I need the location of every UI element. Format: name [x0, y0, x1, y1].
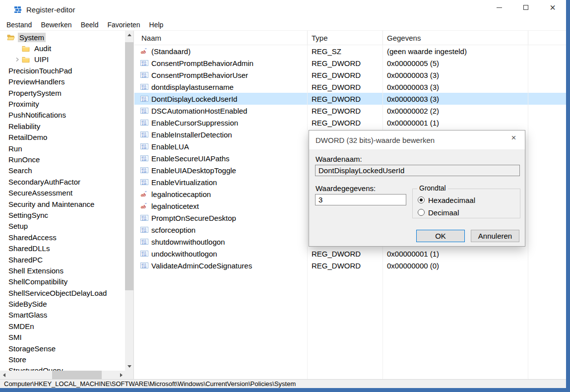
decimal-radio[interactable] — [418, 209, 425, 216]
tree-item-previewhandlers[interactable]: PreviewHandlers — [0, 76, 125, 87]
column-header-gegevens[interactable]: Gegevens — [383, 31, 528, 45]
tree-item-storagesense[interactable]: StorageSense — [0, 343, 125, 354]
value-name-input[interactable] — [315, 165, 520, 176]
value-data: 0x00000001 (1) — [383, 119, 528, 127]
tree-item-secondaryauthfactor[interactable]: SecondaryAuthFactor — [0, 176, 125, 187]
svg-text:110: 110 — [141, 265, 146, 268]
tree-item-uipi[interactable]: UIPI — [0, 54, 125, 65]
tree-item-label: RunOnce — [7, 155, 41, 164]
minimize-button[interactable] — [486, 0, 512, 15]
tree-item-secureassessment[interactable]: SecureAssessment — [0, 187, 125, 198]
tree-item-shell-extensions[interactable]: Shell Extensions — [0, 265, 125, 276]
column-header-naam[interactable]: Naam — [134, 31, 308, 45]
tree-horizontal-scrollbar[interactable] — [0, 371, 126, 379]
dialog-close-button[interactable]: × — [503, 131, 525, 145]
value-type: REG_DWORD — [308, 59, 383, 67]
scroll-down-icon[interactable] — [125, 362, 133, 371]
svg-text:110: 110 — [141, 134, 146, 137]
tree-item-system[interactable]: System — [0, 32, 125, 43]
tree-item-pushnotifications[interactable]: PushNotifications — [0, 110, 125, 121]
tree-item-run[interactable]: Run — [0, 143, 125, 154]
hexadecimal-option[interactable]: Hexadecimaal — [418, 196, 475, 204]
tree-item-label: ShellServiceObjectDelayLoad — [7, 288, 108, 298]
chevron-right-icon[interactable] — [13, 57, 22, 62]
tree-item-setup[interactable]: Setup — [0, 221, 125, 232]
registry-value-row[interactable]: 011110EnableCursorSuppressionREG_DWORD0x… — [134, 117, 566, 129]
tree-item-label: SMDEn — [7, 322, 36, 331]
tree-item-structuredquery[interactable]: StructuredQuery — [0, 365, 125, 371]
registry-value-row[interactable]: 011110ConsentPromptBehaviorUserREG_DWORD… — [134, 69, 566, 81]
tree-item-smartglass[interactable]: SmartGlass — [0, 310, 125, 321]
tree-item-label: PushNotifications — [7, 110, 67, 120]
tree-item-settingsync[interactable]: SettingSync — [0, 209, 125, 220]
tree-item-proximity[interactable]: Proximity — [0, 98, 125, 109]
tree-item-smi[interactable]: SMI — [0, 332, 125, 343]
value-type: REG_DWORD — [308, 107, 383, 115]
decimal-option[interactable]: Decimaal — [418, 208, 459, 217]
tree-item-reliability[interactable]: Reliability — [0, 121, 125, 131]
value-name: scforceoption — [151, 226, 195, 234]
registry-value-row[interactable]: “ab(Standaard)REG_SZ(geen waarde ingeste… — [134, 45, 566, 57]
menu-favorieten[interactable]: Favorieten — [103, 20, 144, 30]
regedit-window: Register-editor × BestandBewerkenBeeldFa… — [0, 0, 570, 392]
value-type: REG_DWORD — [308, 250, 383, 258]
registry-value-row[interactable]: 011110DontDisplayLockedUserIdREG_DWORD0x… — [134, 93, 566, 105]
tree-item-retaildemo[interactable]: RetailDemo — [0, 132, 125, 143]
value-data: 0x00000003 (3) — [383, 83, 528, 91]
tree-item-runonce[interactable]: RunOnce — [0, 154, 125, 165]
scroll-up-icon[interactable] — [125, 31, 133, 39]
tree-item-label: UIPI — [33, 55, 50, 64]
tree-item-store[interactable]: Store — [0, 354, 125, 365]
cancel-button[interactable]: Annuleren — [471, 230, 519, 242]
string-value-icon: “ab — [140, 47, 148, 55]
dword-value-icon: 011110 — [140, 95, 148, 103]
value-name: EnableVirtualization — [151, 178, 217, 187]
tree-item-smden[interactable]: SMDEn — [0, 321, 125, 331]
tree-item-precisiontouchpad[interactable]: PrecisionTouchPad — [0, 65, 125, 76]
scroll-right-icon[interactable] — [117, 371, 126, 379]
menu-help[interactable]: Help — [145, 20, 168, 30]
tree-item-sidebyside[interactable]: SideBySide — [0, 298, 125, 309]
maximize-button[interactable] — [512, 0, 539, 15]
value-name: ValidateAdminCodeSignatures — [151, 261, 252, 270]
tree-item-sharedpc[interactable]: SharedPC — [0, 254, 125, 265]
registry-value-row[interactable]: 011110dontdisplaylastusernameREG_DWORD0x… — [134, 81, 566, 93]
close-button[interactable]: × — [539, 0, 566, 15]
registry-value-row[interactable]: 011110undockwithoutlogonREG_DWORD0x00000… — [134, 248, 566, 260]
registry-value-row[interactable]: 011110ValidateAdminCodeSignaturesREG_DWO… — [134, 260, 566, 271]
value-name-cell: 011110EnableCursorSuppression — [134, 119, 308, 127]
hexadecimal-radio[interactable] — [418, 196, 425, 203]
vertical-scrollbar-thumb[interactable] — [125, 42, 133, 290]
registry-value-row[interactable]: 011110ConsentPromptBehaviorAdminREG_DWOR… — [134, 57, 566, 69]
svg-text:ab: ab — [141, 192, 146, 197]
tree-item-label: Shell Extensions — [7, 266, 65, 275]
column-header-type[interactable]: Type — [308, 31, 383, 45]
tree-item-sharedaccess[interactable]: SharedAccess — [0, 232, 125, 243]
value-data: 0x00000001 (1) — [383, 250, 528, 258]
tree-item-shellserviceobjectdelayload[interactable]: ShellServiceObjectDelayLoad — [0, 287, 125, 298]
scroll-left-icon[interactable] — [0, 371, 8, 379]
base-groupbox: Grondtal Hexadecimaal Decimaal — [412, 189, 520, 218]
tree-item-shellcompatibility[interactable]: ShellCompatibility — [0, 276, 125, 287]
tree-vertical-scrollbar[interactable] — [125, 31, 133, 371]
tree-item-security-and-maintenance[interactable]: Security and Maintenance — [0, 198, 125, 209]
dword-value-icon: 011110 — [140, 154, 148, 162]
value-name-cell: 011110undockwithoutlogon — [134, 250, 308, 258]
value-name-cell: 011110EnableLUA — [134, 142, 308, 151]
menu-beeld[interactable]: Beeld — [76, 20, 103, 30]
tree-item-shareddlls[interactable]: SharedDLLs — [0, 243, 125, 254]
value-name-cell: 011110EnableVirtualization — [134, 178, 308, 187]
tree-item-search[interactable]: Search — [0, 165, 125, 176]
value-name-cell: 011110PromptOnSecureDesktop — [134, 214, 308, 222]
value-name-cell: 011110shutdownwithoutlogon — [134, 238, 308, 246]
ok-button[interactable]: OK — [416, 230, 465, 242]
menu-bewerken[interactable]: Bewerken — [36, 20, 76, 30]
registry-value-row[interactable]: 011110DSCAutomationHostEnabledREG_DWORD0… — [134, 105, 566, 117]
horizontal-scrollbar-thumb[interactable] — [52, 371, 102, 379]
tree-item-audit[interactable]: Audit — [0, 43, 125, 54]
tree-item-propertysystem[interactable]: PropertySystem — [0, 87, 125, 98]
hexadecimal-label: Hexadecimaal — [428, 196, 475, 204]
menu-bestand[interactable]: Bestand — [2, 20, 36, 30]
value-data-input[interactable] — [315, 194, 406, 205]
value-name: EnableLUA — [151, 142, 189, 151]
